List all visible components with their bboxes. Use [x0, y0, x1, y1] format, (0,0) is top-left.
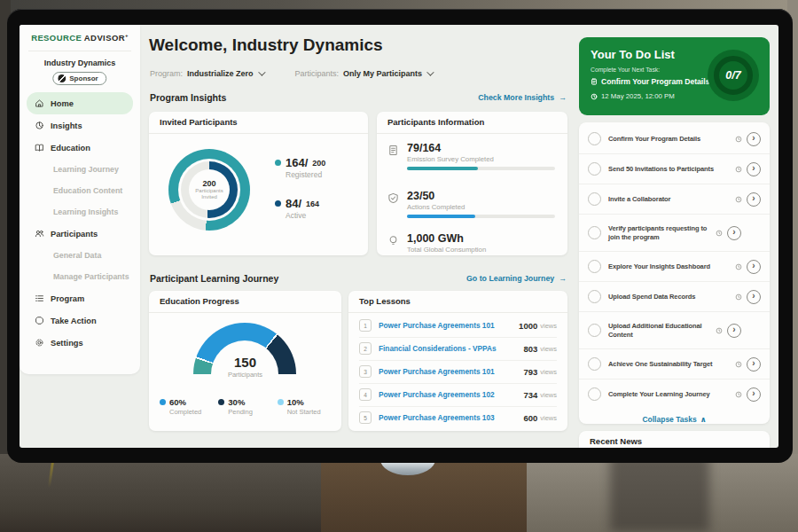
lesson-row: 2 Financial Considerations - VPPAs 803 v… [359, 337, 557, 361]
todo-column: Your To Do List Complete Your Next Task:… [579, 25, 770, 448]
sidebar-item-manage-participants[interactable]: Manage Participants [27, 266, 133, 287]
legend-not-started: 10% Not Started [278, 397, 336, 416]
task-row[interactable]: Confirm Your Program Details › [579, 124, 770, 154]
sidebar-item-take-action[interactable]: Take Action [27, 309, 133, 332]
sidebar-item-learning-insights[interactable]: Learning Insights [27, 201, 133, 223]
task-checkbox[interactable] [588, 357, 601, 371]
sidebar-item-general-data[interactable]: General Data [27, 245, 133, 266]
task-row[interactable]: Complete Your Learning Journey › [579, 379, 770, 409]
card-title: Education Progress [149, 291, 341, 313]
task-chevron-button[interactable]: › [747, 260, 761, 274]
sidebar: RESOURCE ADVISOR+ Industry Dynamics Spon… [20, 25, 140, 374]
task-row[interactable]: Achieve One Sustainability Target › [579, 349, 770, 379]
card-title: Invited Participants [149, 112, 368, 134]
divider [28, 51, 131, 51]
sidebar-item-participants[interactable]: Participants [27, 223, 133, 245]
task-row[interactable]: Explore Your Insights Dashboard › [579, 252, 770, 282]
lesson-link[interactable]: Power Purchase Agreements 101 [379, 367, 523, 376]
section-title: Program Insights [150, 92, 226, 103]
invited-participants-card: Invited Participants 200 ParticipantsInv… [149, 112, 368, 255]
lesson-link[interactable]: Power Purchase Agreements 101 [379, 321, 519, 330]
lesson-link[interactable]: Financial Considerations - VPPAs [379, 344, 523, 353]
progress-fill [407, 167, 478, 170]
clock-icon [735, 136, 742, 143]
sponsor-icon [58, 74, 66, 82]
clock-icon [716, 230, 723, 237]
program-select[interactable]: Industrialize Zero [187, 69, 263, 78]
sidebar-item-education-content[interactable]: Education Content [27, 180, 133, 201]
gauge-legend: 60% Completed 30% Pending 10% Not Starte… [160, 397, 336, 416]
clock-icon [735, 263, 742, 270]
task-row[interactable]: Send 50 Invitations to Participants › [579, 154, 770, 184]
sidebar-item-insights[interactable]: Insights [27, 114, 133, 137]
rank-badge: 3 [359, 365, 372, 378]
education-icon [35, 143, 44, 153]
rank-badge: 5 [359, 411, 372, 424]
background-shadow [610, 454, 709, 532]
task-row[interactable]: Upload Spend Data Records › [579, 282, 770, 312]
sidebar-item-settings[interactable]: Settings [27, 332, 133, 354]
go-to-learning-journey-link[interactable]: Go to Learning Journey → [466, 274, 567, 283]
rank-badge: 2 [359, 342, 372, 355]
sidebar-item-education[interactable]: Education [27, 137, 133, 159]
participants-select[interactable]: Only My Participants [343, 69, 432, 78]
task-chevron-button[interactable]: › [747, 162, 761, 176]
task-checkbox[interactable] [588, 387, 601, 401]
card-title: Participants Information [377, 112, 567, 134]
learning-journey-header: Participant Learning Journey Go to Learn… [150, 273, 567, 284]
task-checkbox[interactable] [588, 324, 601, 337]
task-checkbox[interactable] [588, 290, 601, 303]
progress-fill [407, 215, 475, 218]
sidebar-item-program[interactable]: Program [27, 287, 133, 309]
home-icon [35, 98, 44, 108]
task-checkbox[interactable] [588, 132, 601, 145]
lesson-row: 4 Power Purchase Agreements 102 734 view… [359, 383, 557, 407]
task-chevron-button[interactable]: › [747, 387, 761, 402]
task-chevron-button[interactable]: › [747, 290, 761, 304]
task-chevron-button[interactable]: › [747, 132, 761, 146]
collapse-tasks-link[interactable]: Collapse Tasks ∧ [579, 409, 770, 430]
todo-panel: Your To Do List Complete Your Next Task:… [579, 37, 770, 115]
gauge-center-value: 150 [149, 355, 341, 370]
lesson-row: 1 Power Purchase Agreements 101 1000 vie… [359, 314, 557, 338]
task-chevron-button[interactable]: › [747, 192, 761, 207]
clock-icon [716, 327, 723, 334]
lesson-link[interactable]: Power Purchase Agreements 102 [379, 390, 523, 399]
task-checkbox[interactable] [588, 226, 601, 239]
info-row-emission: 79/164 Emission Survey Completed [387, 142, 557, 163]
program-insights-header: Program Insights Check More Insights → [150, 92, 567, 103]
rank-badge: 4 [359, 388, 372, 401]
task-chevron-button[interactable]: › [747, 357, 761, 372]
logo-plus: + [125, 33, 129, 38]
check-more-insights-link[interactable]: Check More Insights → [478, 93, 567, 102]
sidebar-item-learning-journey[interactable]: Learning Journey [27, 159, 133, 180]
sponsor-badge[interactable]: Sponsor [52, 72, 106, 85]
task-row[interactable]: Upload Additional Educational Content › [579, 312, 770, 349]
legend-dot [218, 399, 224, 405]
clock-icon [735, 361, 742, 368]
progress-track [407, 215, 555, 218]
task-chevron-button[interactable]: › [727, 226, 741, 240]
sidebar-nav: Home Insights Education Learning Journey… [27, 92, 133, 354]
lesson-link[interactable]: Power Purchase Agreements 103 [379, 413, 523, 422]
task-chevron-button[interactable]: › [727, 324, 741, 338]
legend-dot [275, 200, 281, 207]
task-checkbox[interactable] [588, 192, 601, 206]
org-name: Industry Dynamics [20, 59, 140, 67]
sponsor-label: Sponsor [69, 74, 98, 82]
task-checkbox[interactable] [588, 260, 601, 273]
task-list-card: Confirm Your Program Details › Send 50 I… [579, 122, 770, 424]
screen: RESOURCE ADVISOR+ Industry Dynamics Spon… [20, 25, 778, 448]
card-title: Recent News [579, 431, 770, 448]
task-checkbox[interactable] [588, 162, 601, 176]
sidebar-item-home[interactable]: Home [27, 92, 133, 114]
invited-donut-chart: 200 ParticipantsInvited [168, 149, 250, 231]
participants-information-card: Participants Information 79/164 Emission… [377, 112, 567, 255]
survey-icon [387, 145, 399, 156]
page-title: Welcome, Industry Dynamics [149, 35, 383, 55]
task-row[interactable]: Verify participants requesting to join t… [579, 215, 770, 252]
top-lessons-card: Top Lessons 1 Power Purchase Agreements … [348, 291, 567, 431]
task-row[interactable]: Invite a Collaborator › [579, 184, 770, 215]
chevron-up-icon: ∧ [700, 415, 707, 424]
bulb-icon [387, 235, 399, 246]
